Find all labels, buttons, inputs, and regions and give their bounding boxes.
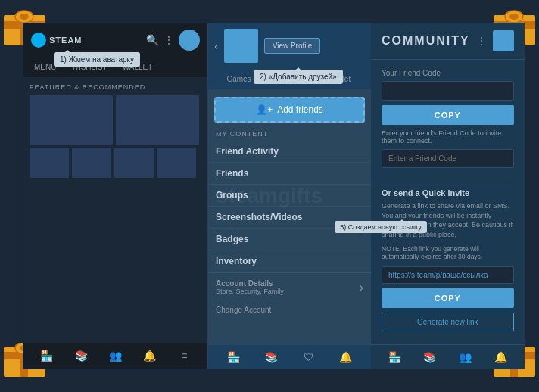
right-content: Your Friend Code COPY Enter your friend'… xyxy=(371,60,525,341)
steam-title: STEAM xyxy=(49,36,83,45)
avatar[interactable] xyxy=(179,30,200,51)
back-button[interactable]: ‹ xyxy=(214,40,218,52)
quick-invite-title: Or send a Quick Invite xyxy=(382,188,514,198)
menu-friend-activity[interactable]: Friend Activity xyxy=(208,141,371,163)
store-icon[interactable]: 🏪 xyxy=(227,351,240,363)
right-community-icon[interactable]: 👥 xyxy=(459,351,472,363)
steam-header-icons: 🔍 ⋮ xyxy=(146,30,200,51)
tooltip-add-friends: 2) «Добавить друзей» xyxy=(254,70,343,84)
featured-card-5 xyxy=(114,148,154,178)
community-nav-icon[interactable]: 👥 xyxy=(108,349,122,362)
community-title: COMMUNITY xyxy=(382,34,470,48)
notifications-nav-icon[interactable]: 🔔 xyxy=(143,349,157,362)
steam-logo: STEAM xyxy=(31,33,83,48)
community-avatar xyxy=(493,30,514,51)
library-icon[interactable]: 📚 xyxy=(265,351,278,363)
left-bottom-nav: 🏪 📚 👥 🔔 ≡ xyxy=(23,343,207,369)
right-panel: COMMUNITY ⋮ Your Friend Code COPY Enter … xyxy=(371,23,525,369)
featured-card-2 xyxy=(116,95,199,145)
copy-friend-code-button[interactable]: COPY xyxy=(382,105,514,125)
main-container: STEAM 🔍 ⋮ 1) Жмем на аватарку MENU WISHL… xyxy=(23,23,516,369)
menu-friends[interactable]: Friends xyxy=(208,163,371,185)
account-subtitle: Store, Security, Family xyxy=(216,288,284,295)
bell-icon[interactable]: 🔔 xyxy=(339,351,352,363)
more-options-icon[interactable]: ⋮ xyxy=(476,35,487,47)
steam-icon xyxy=(31,33,46,48)
menu-inventory[interactable]: Inventory xyxy=(208,250,371,272)
tooltip-click-avatar: 1) Жмем на аватарку xyxy=(54,52,140,67)
middle-panel: ‹ View Profile 2) «Добавить друзей» Game… xyxy=(208,23,371,369)
friend-code-label: Your Friend Code xyxy=(382,69,514,77)
add-friends-button[interactable]: 👤+ Add friends xyxy=(214,97,365,123)
account-title: Account Details xyxy=(216,279,284,288)
expiry-note: NOTE: Each link you generate will automa… xyxy=(382,245,514,260)
more-icon[interactable]: ⋮ xyxy=(164,34,174,46)
view-profile-button[interactable]: View Profile xyxy=(264,38,321,54)
invite-helper-text: Enter your friend's Friend Code to invit… xyxy=(382,129,514,145)
middle-bottom-nav: 🏪 📚 🛡 🔔 xyxy=(208,345,371,369)
account-section[interactable]: Account Details Store, Security, Family … xyxy=(208,272,371,301)
search-icon[interactable]: 🔍 xyxy=(146,34,159,46)
featured-card-3 xyxy=(30,148,69,178)
right-library-icon[interactable]: 📚 xyxy=(423,351,436,363)
enter-friend-code-input[interactable] xyxy=(382,149,514,168)
right-bell-icon[interactable]: 🔔 xyxy=(494,351,507,363)
right-bottom-nav: 🏪 📚 👥 🔔 xyxy=(371,344,525,369)
friend-code-display[interactable] xyxy=(382,81,514,101)
library-nav-icon[interactable]: 📚 xyxy=(74,349,88,362)
middle-header: ‹ View Profile xyxy=(208,23,371,69)
featured-label: FEATURED & RECOMMENDED xyxy=(30,83,201,91)
svg-point-10 xyxy=(509,14,519,20)
left-content: FEATURED & RECOMMENDED xyxy=(23,77,207,184)
add-friends-icon: 👤+ xyxy=(256,104,273,115)
shield-icon[interactable]: 🛡 xyxy=(304,351,314,363)
account-arrow-icon: › xyxy=(360,281,363,294)
right-store-icon[interactable]: 🏪 xyxy=(388,351,401,363)
tooltip-generate-link: 3) Создаем новую ссылку xyxy=(335,221,426,233)
right-header: COMMUNITY ⋮ xyxy=(371,23,525,60)
menu-nav-icon[interactable]: ≡ xyxy=(177,349,191,362)
featured-card-1 xyxy=(30,95,113,145)
invite-link-display: https://s.team/p/ваша/ссылка xyxy=(382,266,514,284)
menu-groups[interactable]: Groups xyxy=(208,185,371,207)
featured-card-4 xyxy=(72,148,111,178)
add-friends-label: Add friends xyxy=(277,104,323,115)
featured-card-6 xyxy=(157,148,196,178)
profile-avatar xyxy=(224,29,258,63)
my-content-label: MY CONTENT xyxy=(208,130,371,141)
featured-cards xyxy=(30,95,201,178)
store-nav-icon[interactable]: 🏪 xyxy=(40,349,54,362)
divider xyxy=(382,182,514,182)
generate-new-link-button[interactable]: Generate new link xyxy=(382,313,514,331)
copy-invite-link-button[interactable]: COPY xyxy=(382,288,514,308)
change-account[interactable]: Change Account xyxy=(208,301,371,319)
left-panel: STEAM 🔍 ⋮ 1) Жмем на аватарку MENU WISHL… xyxy=(23,23,208,369)
svg-rect-5 xyxy=(0,0,49,15)
